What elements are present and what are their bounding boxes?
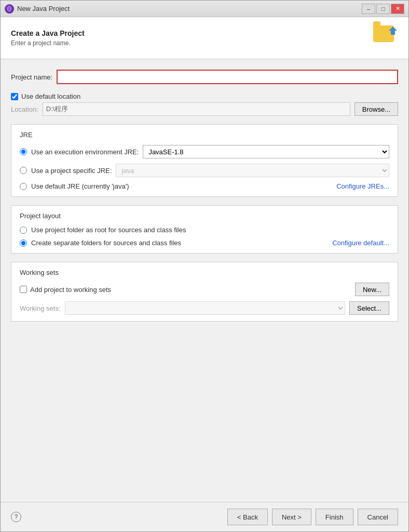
layout-project-folder-radio[interactable] [20, 227, 27, 234]
jre-project-specific-select[interactable]: java [116, 164, 389, 177]
jre-radio3-row: Use default JRE (currently 'java') Confi… [20, 182, 389, 190]
add-to-working-sets-label: Add project to working sets [30, 286, 111, 294]
jre-project-specific-radio[interactable] [20, 167, 27, 174]
jre-execution-env-label: Use an execution environment JRE: [31, 148, 139, 156]
new-working-set-button[interactable]: New... [355, 283, 389, 296]
jre-project-specific-label: Use a project specific JRE: [31, 167, 112, 175]
location-row: Location: Browse... [11, 102, 398, 116]
use-default-location-section: Use default location Location: Browse... [11, 92, 398, 116]
jre-section: JRE Use an execution environment JRE: Ja… [11, 124, 398, 197]
back-button[interactable]: < Back [227, 509, 268, 525]
jre-section-title: JRE [20, 131, 389, 139]
working-sets-section: Working sets Add project to working sets… [11, 262, 398, 322]
new-java-project-icon [373, 25, 398, 50]
header-section: Create a Java Project Enter a project na… [1, 17, 408, 59]
jre-default-radio[interactable] [20, 183, 27, 190]
layout-project-folder-label: Use project folder as root for sources a… [31, 226, 186, 234]
select-working-sets-button[interactable]: Select... [349, 301, 389, 315]
use-default-location-row: Use default location [11, 92, 398, 100]
title-bar-controls: – □ ✕ [362, 4, 404, 14]
jre-execution-env-select[interactable]: JavaSE-1.8 JavaSE-11 JavaSE-17 [143, 145, 389, 158]
project-layout-section: Project layout Use project folder as roo… [11, 205, 398, 254]
location-label: Location: [11, 105, 38, 113]
working-sets-label: Working sets: [20, 304, 61, 312]
footer-buttons: < Back Next > Finish Cancel [227, 509, 398, 525]
dialog-footer: ? < Back Next > Finish Cancel [1, 502, 408, 531]
add-to-working-sets-checkbox[interactable] [20, 286, 27, 293]
header-text: Create a Java Project Enter a project na… [11, 29, 85, 47]
layout-radio2-row: Create separate folders for sources and … [20, 239, 389, 247]
working-sets-select-row: Working sets: Select... [20, 301, 389, 315]
window: New Java Project – □ ✕ Create a Java Pro… [0, 0, 409, 532]
use-default-location-checkbox[interactable] [11, 93, 18, 100]
cancel-button[interactable]: Cancel [358, 509, 398, 525]
title-bar-left: New Java Project [5, 4, 70, 14]
minimize-button[interactable]: – [362, 4, 375, 14]
configure-default-link[interactable]: Configure default... [332, 239, 389, 247]
use-default-location-label: Use default location [21, 92, 80, 100]
configure-jres-link[interactable]: Configure JREs... [336, 182, 389, 190]
jre-radio2-row: Use a project specific JRE: java [20, 164, 389, 177]
layout-separate-folders-label: Create separate folders for sources and … [31, 239, 181, 247]
layout-radio1-row: Use project folder as root for sources a… [20, 226, 389, 234]
maximize-button[interactable]: □ [376, 4, 390, 14]
jre-radio1-row: Use an execution environment JRE: JavaSE… [20, 145, 389, 158]
browse-button[interactable]: Browse... [355, 102, 398, 116]
project-name-row: Project name: [11, 70, 398, 84]
help-button[interactable]: ? [11, 512, 21, 522]
jre-default-label: Use default JRE (currently 'java') [31, 182, 129, 190]
next-button[interactable]: Next > [272, 509, 311, 525]
window-title: New Java Project [17, 5, 70, 12]
working-sets-add-row: Add project to working sets New... [20, 283, 389, 296]
dialog-title: Create a Java Project [11, 29, 85, 37]
layout-separate-folders-radio[interactable] [20, 240, 27, 247]
project-layout-title: Project layout [20, 212, 389, 220]
working-sets-title: Working sets [20, 269, 389, 276]
eclipse-icon [5, 4, 14, 14]
project-name-input[interactable] [57, 70, 398, 84]
close-button[interactable]: ✕ [391, 4, 404, 14]
title-bar: New Java Project – □ ✕ [1, 1, 408, 17]
jre-execution-env-radio[interactable] [20, 148, 27, 155]
location-input[interactable] [43, 102, 350, 116]
working-sets-select[interactable] [65, 301, 346, 315]
dialog-content: Project name: Use default location Locat… [1, 59, 408, 502]
finish-button[interactable]: Finish [316, 509, 353, 525]
project-name-label: Project name: [11, 73, 52, 81]
dialog-subtitle: Enter a project name. [11, 39, 85, 47]
